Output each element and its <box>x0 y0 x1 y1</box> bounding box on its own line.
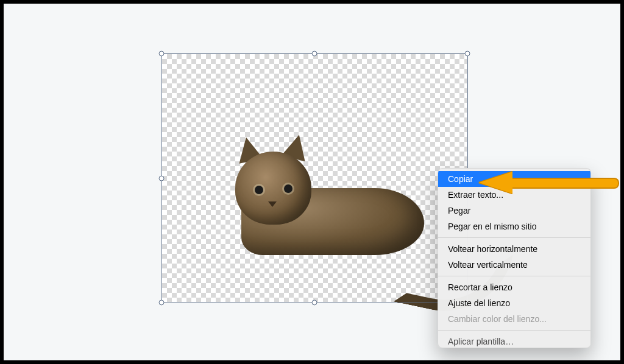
menu-separator <box>438 330 590 331</box>
menu-item-copy[interactable]: Copiar <box>438 171 590 187</box>
cat-eye-right-shape <box>284 184 292 193</box>
menu-item-extract-text[interactable]: Extraer texto... <box>438 187 590 203</box>
menu-item-crop-to-canvas[interactable]: Recortar a lienzo <box>438 279 590 295</box>
resize-handle-middle-left[interactable] <box>159 175 165 181</box>
resize-handle-top-middle[interactable] <box>312 51 317 57</box>
menu-item-flip-vertical[interactable]: Voltear verticalmente <box>438 257 590 273</box>
context-menu[interactable]: Copiar Extraer texto... Pegar Pegar en e… <box>438 168 591 348</box>
menu-separator <box>438 237 590 238</box>
image-canvas[interactable] <box>162 54 467 302</box>
menu-item-flip-horizontal[interactable]: Voltear horizontalmente <box>438 241 590 257</box>
cat-image[interactable] <box>199 127 455 285</box>
menu-item-paste[interactable]: Pegar <box>438 203 590 219</box>
menu-separator <box>438 276 590 276</box>
editor-window: Copiar Extraer texto... Pegar Pegar en e… <box>4 4 620 360</box>
resize-handle-bottom-middle[interactable] <box>312 300 317 306</box>
menu-item-apply-template[interactable]: Aplicar plantilla… <box>438 334 590 348</box>
cat-nose-shape <box>268 201 277 207</box>
resize-handle-top-right[interactable] <box>465 51 470 57</box>
cat-eye-left-shape <box>255 186 263 194</box>
resize-handle-bottom-left[interactable] <box>159 300 165 306</box>
menu-item-canvas-fit[interactable]: Ajuste del lienzo <box>438 295 590 311</box>
menu-item-change-canvas-color: Cambiar color del lienzo... <box>438 311 590 327</box>
cat-head-shape <box>235 152 311 225</box>
resize-handle-top-left[interactable] <box>159 51 165 57</box>
menu-item-paste-in-place[interactable]: Pegar en el mismo sitio <box>438 219 590 234</box>
